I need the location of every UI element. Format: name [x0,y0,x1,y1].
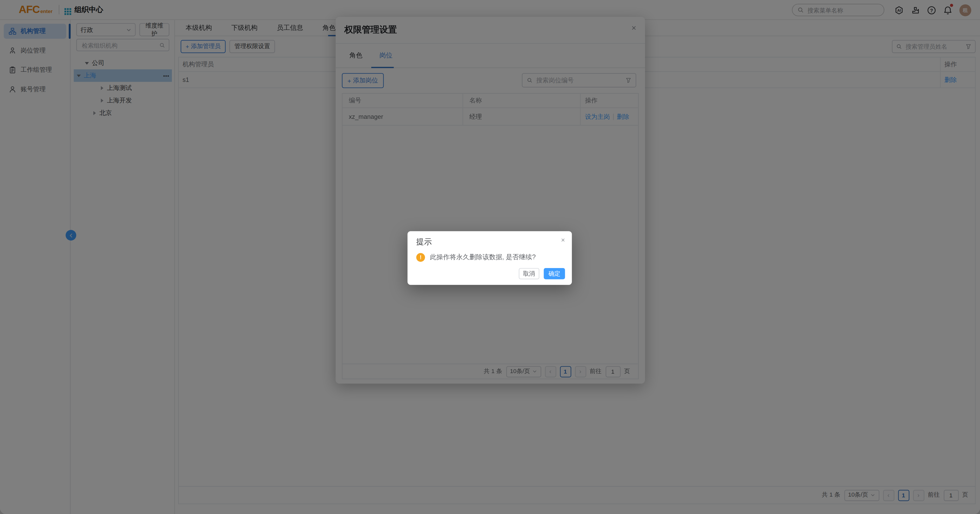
confirm-close-icon[interactable]: × [561,237,565,244]
confirm-dialog: 提示 × ! 此操作将永久删除该数据, 是否继续? 取消 确定 [407,231,572,285]
warning-icon: ! [416,253,425,262]
confirm-message: 此操作将永久删除该数据, 是否继续? [430,253,536,262]
confirm-button[interactable]: 确定 [544,268,565,279]
confirm-buttons: 取消 确定 [519,268,565,279]
cancel-button[interactable]: 取消 [519,268,539,279]
app-stage: AFC enter 组织中心 AI [0,0,980,514]
confirm-title: 提示 [416,237,565,247]
confirm-body: ! 此操作将永久删除该数据, 是否继续? [416,253,565,262]
